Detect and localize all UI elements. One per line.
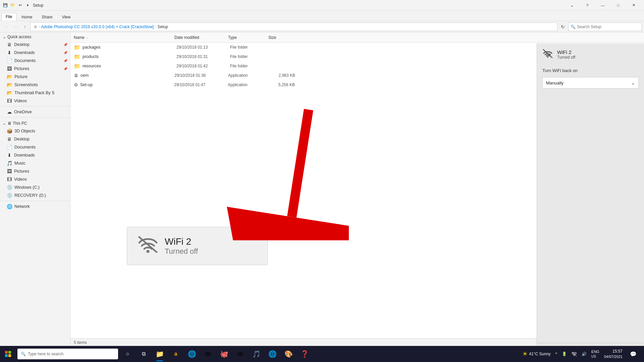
tab-view[interactable]: View <box>57 13 75 21</box>
desktop-icon: 🖥 <box>7 136 12 142</box>
search-placeholder: Type here to search <box>28 352 63 356</box>
wifi-status: Turned off <box>557 55 575 60</box>
drive-icon: 💿 <box>7 193 12 198</box>
sidebar-item-downloads-pc[interactable]: ⬇ Downloads <box>0 151 70 159</box>
downloads-icon: ⬇ <box>7 50 12 55</box>
back-btn[interactable]: ← <box>2 23 10 31</box>
sidebar-item-label: Videos <box>14 99 27 103</box>
dropdown-title-icon[interactable]: ▾ <box>25 3 30 8</box>
taskbar-app-store[interactable]: 🛍 <box>200 346 216 362</box>
drive-icon: 💿 <box>7 185 12 190</box>
undo-icon[interactable]: ↩ <box>17 3 23 8</box>
taskbar-app-mail[interactable]: ✉ <box>232 346 248 362</box>
col-header-size[interactable]: Size <box>268 35 302 40</box>
sidebar-item-pictures-quick[interactable]: 🖼 Pictures 📌 <box>0 65 70 73</box>
network-tray-icon[interactable] <box>570 346 579 362</box>
wifi-callout-icon <box>138 235 158 257</box>
folder-icon: 📁 <box>74 63 80 69</box>
sidebar-item-desktop-quick[interactable]: 🖥 Desktop 📌 <box>0 41 70 49</box>
breadcrumb-current: Setup <box>158 24 168 29</box>
ribbon-toggle-btn[interactable]: ⌄ <box>564 0 580 11</box>
sidebar-item-documents-quick[interactable]: 📄 Documents 📌 <box>0 57 70 65</box>
language-region[interactable]: ENG US <box>589 346 601 362</box>
save-icon[interactable]: 💾 <box>3 3 8 8</box>
wifi-panel: WiFi 2 Turned off Turn WiFi back on Manu… <box>537 43 644 362</box>
taskbar-app-help[interactable]: ❓ <box>297 346 313 362</box>
close-btn[interactable]: ✕ <box>626 0 641 11</box>
folder-icon: 📂 <box>7 82 12 87</box>
ribbon: File Home Share View <box>0 11 644 21</box>
sidebar-item-desktop-pc[interactable]: 🖥 Desktop <box>0 135 70 143</box>
sidebar-item-videos-quick[interactable]: 🎞 Videos <box>0 97 70 105</box>
folder-icon[interactable]: 📁 <box>10 3 15 8</box>
sidebar-item-picture[interactable]: 📂 Picture <box>0 73 70 81</box>
maximize-btn[interactable]: □ <box>610 0 626 11</box>
task-view-btn[interactable]: ⧉ <box>136 346 152 362</box>
col-header-name[interactable]: Name ⌄ <box>74 35 174 40</box>
up-btn[interactable]: ↑ <box>21 23 29 31</box>
taskbar-app-amazon[interactable]: a <box>168 346 184 362</box>
show-hidden-btn[interactable]: ^ <box>553 346 559 362</box>
breadcrumb-bar[interactable]: 🖥 › Adobe Photoshop CC 2019 v20.0.0 (x64… <box>30 22 557 31</box>
wifi-dropdown[interactable]: Manually ⌄ <box>542 77 639 88</box>
tab-share[interactable]: Share <box>37 13 57 21</box>
refresh-btn[interactable]: ↻ <box>559 23 567 31</box>
sidebar-item-documents-pc[interactable]: 📄 Documents <box>0 143 70 151</box>
tab-file[interactable]: File <box>1 13 16 21</box>
weather-icon: ☀ <box>522 350 528 358</box>
divider <box>0 201 70 201</box>
sidebar-item-windows-c[interactable]: 💿 Windows (C:) <box>0 183 70 191</box>
music-icon: 🎵 <box>7 161 12 166</box>
svg-rect-8 <box>8 351 11 354</box>
sound-icon[interactable]: 🔊 <box>580 346 589 362</box>
sidebar-item-3dobjects[interactable]: 📦 3D Objects <box>0 127 70 135</box>
taskbar-search[interactable]: 🔍 Type here to search <box>17 349 118 359</box>
start-button[interactable] <box>0 346 16 362</box>
sidebar-item-screenshots[interactable]: 📂 Screenshots <box>0 81 70 89</box>
sidebar-section-quick-access[interactable]: ⌄ Quick access <box>0 33 70 41</box>
sidebar-item-videos-pc[interactable]: 🎞 Videos <box>0 175 70 183</box>
file-column-headers: Name ⌄ Date modified Type Size <box>70 33 644 43</box>
search-input[interactable] <box>577 24 640 29</box>
notifications-button[interactable]: 💬 <box>625 346 641 362</box>
taskbar-app-deezer[interactable]: 🎵 <box>248 346 264 362</box>
tab-home[interactable]: Home <box>17 13 37 21</box>
breadcrumb-item-root[interactable]: Adobe Photoshop CC 2019 v20.0.0 (x64) + … <box>41 24 154 29</box>
taskbar-app-edge[interactable]: 🌐 <box>184 346 200 362</box>
battery-icon[interactable]: 🔋 <box>560 346 569 362</box>
sidebar-item-downloads-quick[interactable]: ⬇ Downloads 📌 <box>0 49 70 57</box>
sidebar-item-thumbnail-pack[interactable]: 📂 Thumbnail Pack By S <box>0 89 70 97</box>
sidebar-item-network[interactable]: 🌐 Network <box>0 202 70 210</box>
taskbar-app-photoshop[interactable]: 🎨 <box>280 346 297 362</box>
wifi-dropdown-container: Manually ⌄ <box>537 76 644 91</box>
sidebar-item-label: Music <box>14 161 25 166</box>
sidebar-item-label: Downloads <box>14 50 35 55</box>
language-label: ENG <box>591 349 599 354</box>
cortana-btn[interactable]: ○ <box>119 346 136 362</box>
help-btn[interactable]: ? <box>580 0 595 11</box>
col-header-date[interactable]: Date modified <box>174 35 228 40</box>
clock[interactable]: 15:57 04/07/2021 <box>602 346 625 362</box>
documents-icon: 📄 <box>7 58 12 63</box>
wifi-info: WiFi 2 Turned off <box>557 49 575 60</box>
wifi-name: WiFi 2 <box>557 49 575 55</box>
forward-btn[interactable]: → <box>11 23 19 31</box>
taskbar-app-file-explorer[interactable]: 📁 <box>152 346 168 362</box>
sidebar-item-pictures-pc[interactable]: 🖼 Pictures <box>0 167 70 175</box>
sidebar-item-music-pc[interactable]: 🎵 Music <box>0 159 70 167</box>
col-header-type[interactable]: Type <box>228 35 268 40</box>
minimize-btn[interactable]: — <box>595 0 610 11</box>
this-pc-label: This PC <box>13 121 27 126</box>
sidebar-item-recovery-d[interactable]: 💿 RECOVERY (D:) <box>0 191 70 199</box>
pictures-icon: 🖼 <box>7 66 12 71</box>
address-bar: ← → ↑ 🖥 › Adobe Photoshop CC 2019 v20.0.… <box>0 21 644 33</box>
taskbar-app-chrome[interactable]: 🌐 <box>264 346 280 362</box>
weather-widget[interactable]: ☀ 41°C Sunny <box>520 346 552 362</box>
folder-icon: 📂 <box>7 74 12 79</box>
search-bar[interactable]: 🔍 <box>568 22 642 31</box>
clock-date: 04/07/2021 <box>604 354 623 359</box>
desktop-icon: 🖥 <box>7 42 12 47</box>
sidebar-item-onedrive[interactable]: ☁ OneDrive <box>0 108 70 116</box>
taskbar-app-github[interactable]: 🐙 <box>216 346 232 362</box>
sidebar-section-this-pc[interactable]: ⌄ 🖥 This PC <box>0 119 70 127</box>
